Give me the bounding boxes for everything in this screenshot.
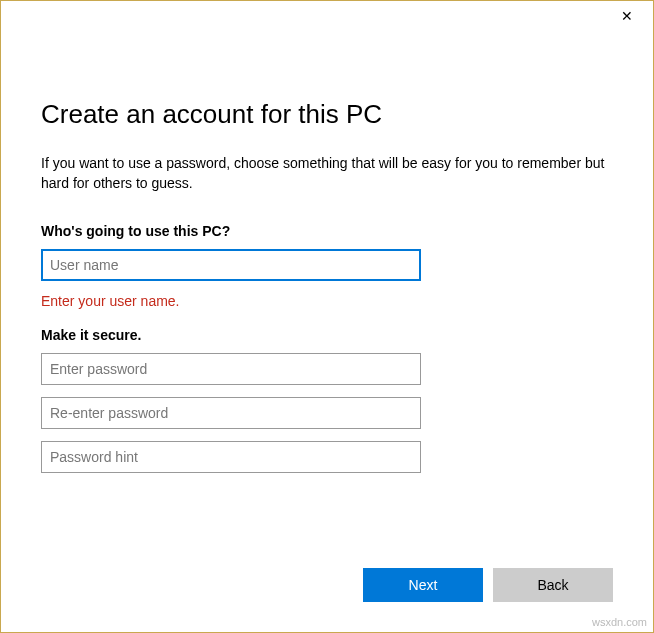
watermark: wsxdn.com [592, 616, 647, 628]
page-title: Create an account for this PC [41, 99, 613, 130]
titlebar: ✕ [1, 1, 653, 31]
user-section-label: Who's going to use this PC? [41, 223, 613, 239]
username-error: Enter your user name. [41, 293, 613, 309]
password-hint-input[interactable] [41, 441, 421, 473]
password-input[interactable] [41, 353, 421, 385]
dialog-footer: Next Back [363, 568, 613, 602]
page-subtitle: If you want to use a password, choose so… [41, 154, 613, 193]
close-icon: ✕ [621, 8, 633, 24]
next-button[interactable]: Next [363, 568, 483, 602]
close-button[interactable]: ✕ [615, 4, 639, 28]
password-confirm-input[interactable] [41, 397, 421, 429]
username-input[interactable] [41, 249, 421, 281]
secure-section-label: Make it secure. [41, 327, 613, 343]
back-button[interactable]: Back [493, 568, 613, 602]
dialog-content: Create an account for this PC If you wan… [1, 31, 653, 473]
